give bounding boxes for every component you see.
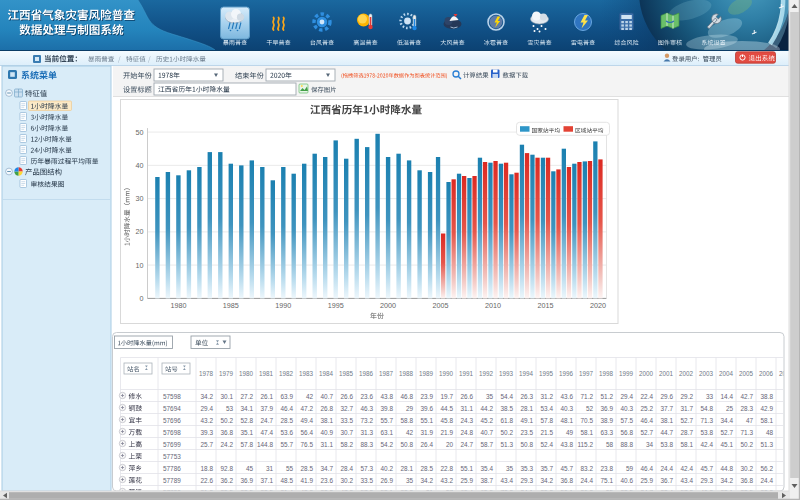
svg-text:53.6: 53.6	[281, 429, 294, 436]
svg-text:45: 45	[246, 465, 254, 472]
svg-text:36.9: 36.9	[601, 405, 614, 412]
svg-text:52.8: 52.8	[241, 417, 254, 424]
svg-text:45.7: 45.7	[701, 465, 714, 472]
svg-text:88.3: 88.3	[361, 441, 374, 448]
svg-text:32.7: 32.7	[341, 405, 354, 412]
svg-text:26.8: 26.8	[321, 405, 334, 412]
svg-text:1991: 1991	[459, 370, 474, 377]
svg-text:28.1: 28.1	[521, 405, 534, 412]
svg-text:49.1: 49.1	[521, 417, 534, 424]
svg-text:2001: 2001	[659, 370, 674, 377]
svg-text:28.7: 28.7	[681, 429, 694, 436]
svg-text:1984: 1984	[319, 370, 334, 377]
svg-text:55.7: 55.7	[281, 441, 294, 448]
svg-text:46.4: 46.4	[281, 405, 294, 412]
svg-text:52.7: 52.7	[721, 429, 734, 436]
svg-text:10: 10	[136, 261, 144, 270]
svg-text:2003: 2003	[699, 370, 714, 377]
svg-text:34.2: 34.2	[721, 477, 734, 484]
svg-text:30.2: 30.2	[341, 477, 354, 484]
svg-text:29: 29	[406, 405, 414, 412]
svg-text:1997: 1997	[579, 370, 594, 377]
svg-text:55.7: 55.7	[381, 417, 394, 424]
svg-text:63.1: 63.1	[381, 429, 394, 436]
svg-text:37.7: 37.7	[661, 405, 674, 412]
svg-text:144.8: 144.8	[257, 441, 273, 448]
svg-text:33.5: 33.5	[341, 417, 354, 424]
svg-text:1987: 1987	[379, 370, 394, 377]
svg-text:58.1: 58.1	[761, 417, 774, 424]
svg-text:1989: 1989	[419, 370, 434, 377]
svg-text:57.8: 57.8	[241, 441, 254, 448]
svg-text:29.6: 29.6	[661, 393, 674, 400]
svg-text:38.8: 38.8	[761, 393, 774, 400]
svg-text:39.6: 39.6	[421, 405, 434, 412]
svg-text:1985: 1985	[223, 301, 239, 310]
svg-text:70.5: 70.5	[581, 417, 594, 424]
svg-text:19.7: 19.7	[441, 393, 454, 400]
svg-text:28.1: 28.1	[401, 465, 414, 472]
svg-text:2005: 2005	[739, 370, 754, 377]
svg-text:1999: 1999	[619, 370, 634, 377]
svg-text:46.3: 46.3	[361, 405, 374, 412]
svg-text:1994: 1994	[519, 370, 534, 377]
svg-text:40.2: 40.2	[381, 465, 394, 472]
svg-text:26.9: 26.9	[381, 477, 394, 484]
svg-text:40.3: 40.3	[561, 405, 574, 412]
svg-text:36.8: 36.8	[221, 429, 234, 436]
svg-text:21.5: 21.5	[541, 429, 554, 436]
svg-text:2005: 2005	[433, 301, 449, 310]
svg-text:30: 30	[136, 194, 144, 203]
svg-text:1986: 1986	[359, 370, 374, 377]
svg-text:57.5: 57.5	[621, 417, 634, 424]
svg-text:53.8: 53.8	[661, 441, 674, 448]
svg-text:40.7: 40.7	[481, 429, 494, 436]
svg-text:53.8: 53.8	[701, 429, 714, 436]
svg-text:57699: 57699	[163, 441, 181, 448]
svg-text:45.2: 45.2	[481, 417, 494, 424]
svg-text:23.8: 23.8	[601, 465, 614, 472]
svg-text:37.1: 37.1	[261, 477, 274, 484]
svg-text:45.1: 45.1	[721, 441, 734, 448]
svg-text:34.2: 34.2	[421, 477, 434, 484]
svg-text:88.8: 88.8	[621, 441, 634, 448]
svg-text:26.3: 26.3	[521, 393, 534, 400]
svg-text:50.2: 50.2	[501, 429, 514, 436]
svg-text:54.2: 54.2	[381, 441, 394, 448]
svg-text:48.5: 48.5	[281, 477, 294, 484]
svg-text:2004: 2004	[719, 370, 734, 377]
svg-text:35.3: 35.3	[521, 465, 534, 472]
svg-text:58.2: 58.2	[341, 441, 354, 448]
svg-text:2020: 2020	[590, 301, 606, 310]
svg-text:57753: 57753	[163, 453, 181, 460]
svg-text:57698: 57698	[163, 429, 181, 436]
svg-text:56.8: 56.8	[621, 429, 634, 436]
svg-text:31.3: 31.3	[361, 429, 374, 436]
svg-text:24.4: 24.4	[661, 465, 674, 472]
svg-text:57789: 57789	[163, 477, 181, 484]
svg-text:2015: 2015	[538, 301, 554, 310]
svg-text:47.4: 47.4	[261, 429, 274, 436]
svg-text:76.5: 76.5	[301, 441, 314, 448]
svg-text:35.4: 35.4	[481, 465, 494, 472]
svg-text:0: 0	[140, 294, 144, 303]
svg-text:49: 49	[566, 429, 574, 436]
svg-text:30.1: 30.1	[221, 393, 234, 400]
svg-text:57598: 57598	[163, 393, 181, 400]
svg-text:38.1: 38.1	[661, 417, 674, 424]
svg-text:53: 53	[226, 405, 234, 412]
svg-text:38.1: 38.1	[321, 417, 334, 424]
svg-text:1980: 1980	[170, 301, 186, 310]
svg-text:36.8: 36.8	[561, 477, 574, 484]
svg-text:26.6: 26.6	[341, 393, 354, 400]
svg-text:51.3: 51.3	[501, 441, 514, 448]
svg-text:24.4: 24.4	[761, 477, 774, 484]
svg-text:23.9: 23.9	[421, 393, 434, 400]
svg-text:54.8: 54.8	[701, 405, 714, 412]
svg-text:43.4: 43.4	[501, 477, 514, 484]
svg-text:28.5: 28.5	[301, 465, 314, 472]
svg-text:29.4: 29.4	[621, 393, 634, 400]
svg-text:52.4: 52.4	[541, 441, 554, 448]
svg-text:1998: 1998	[599, 370, 614, 377]
svg-text:40.7: 40.7	[321, 393, 334, 400]
